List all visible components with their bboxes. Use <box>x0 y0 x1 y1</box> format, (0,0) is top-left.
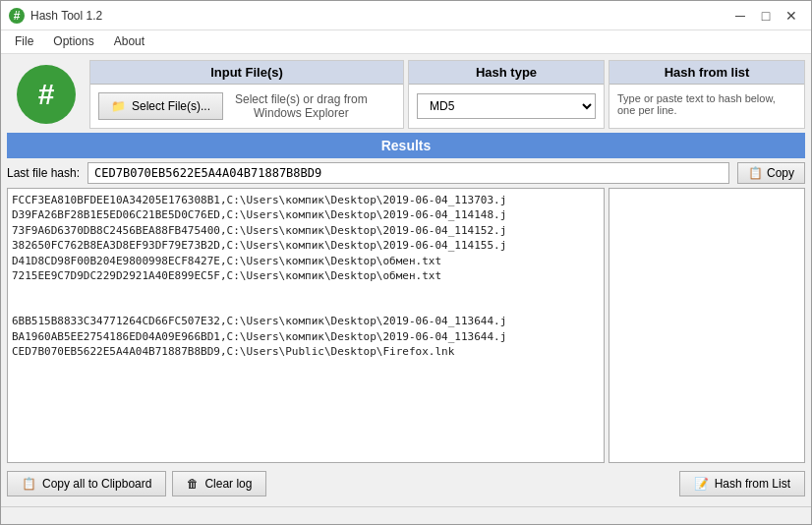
results-header: Results <box>7 133 805 158</box>
logo-symbol: # <box>38 78 55 111</box>
svg-text:#: # <box>14 9 21 23</box>
hash-type-header: Hash type <box>409 61 604 85</box>
title-bar-left: # Hash Tool 1.2 <box>9 8 102 24</box>
menu-file[interactable]: File <box>5 32 43 51</box>
menu-about[interactable]: About <box>104 32 154 51</box>
app-title: Hash Tool 1.2 <box>30 9 102 23</box>
clear-log-label: Clear log <box>204 477 252 491</box>
trash-icon: 🗑 <box>187 477 199 491</box>
copy-icon: 📋 <box>748 166 763 180</box>
log-content: FCCF3EA810BFDEE10A34205E176308B1,C:\User… <box>12 193 600 359</box>
hash-from-list-section: Hash from list Type or paste text to has… <box>609 60 805 129</box>
logo-area: # <box>7 60 86 129</box>
main-area: # Input File(s) 📁 Select File(s)... Sele… <box>1 54 811 506</box>
hash-from-list-label: Hash from List <box>715 477 790 491</box>
clipboard-icon: 📋 <box>22 477 36 491</box>
folder-icon: 📁 <box>111 99 126 113</box>
hash-list-icon: 📝 <box>694 477 709 491</box>
clear-log-button[interactable]: 🗑 Clear log <box>172 471 266 496</box>
menu-options[interactable]: Options <box>43 32 103 51</box>
hash-type-content: MD5 SHA1 SHA256 SHA512 CRC32 <box>409 85 604 128</box>
top-section: # Input File(s) 📁 Select File(s)... Sele… <box>7 60 805 129</box>
log-area[interactable]: FCCF3EA810BFDEE10A34205E176308B1,C:\User… <box>7 188 605 463</box>
copy-all-label: Copy all to Clipboard <box>42 477 151 491</box>
minimize-button[interactable]: ─ <box>728 6 752 26</box>
bottom-right-buttons: 📝 Hash from List <box>679 471 805 496</box>
hash-type-section: Hash type MD5 SHA1 SHA256 SHA512 CRC32 <box>408 60 605 129</box>
content-area: FCCF3EA810BFDEE10A34205E176308B1,C:\User… <box>7 188 805 463</box>
maximize-button[interactable]: □ <box>754 6 778 26</box>
last-hash-input[interactable] <box>87 162 729 184</box>
copy-all-button[interactable]: 📋 Copy all to Clipboard <box>7 471 166 496</box>
hash-type-select[interactable]: MD5 SHA1 SHA256 SHA512 CRC32 <box>417 93 596 119</box>
hash-list-hint: Type or paste text to hash below, one pe… <box>609 85 804 128</box>
select-files-label: Select File(s)... <box>132 99 210 113</box>
hash-list-header: Hash from list <box>609 61 804 85</box>
input-files-section: Input File(s) 📁 Select File(s)... Select… <box>89 60 404 129</box>
last-hash-label: Last file hash: <box>7 166 80 180</box>
menu-bar: File Options About <box>1 30 811 54</box>
status-bar <box>1 506 811 524</box>
copy-button[interactable]: 📋 Copy <box>737 162 805 184</box>
close-button[interactable]: ✕ <box>780 6 803 26</box>
select-files-button[interactable]: 📁 Select File(s)... <box>98 92 223 120</box>
input-files-content: 📁 Select File(s)... Select file(s) or dr… <box>90 85 403 128</box>
drag-hint: Select file(s) or drag fromWindows Explo… <box>235 92 368 120</box>
app-logo: # <box>17 65 76 124</box>
title-bar: # Hash Tool 1.2 ─ □ ✕ <box>1 1 811 30</box>
hash-list-textarea[interactable] <box>609 188 805 463</box>
results-section: Results Last file hash: 📋 Copy FCCF3EA81… <box>7 133 805 500</box>
last-hash-row: Last file hash: 📋 Copy <box>7 162 805 184</box>
title-bar-controls: ─ □ ✕ <box>728 6 803 26</box>
app-icon: # <box>9 8 25 24</box>
bottom-left-buttons: 📋 Copy all to Clipboard 🗑 Clear log <box>7 471 266 496</box>
bottom-bar: 📋 Copy all to Clipboard 🗑 Clear log 📝 Ha… <box>7 467 805 500</box>
hash-from-list-button[interactable]: 📝 Hash from List <box>679 471 805 496</box>
copy-label: Copy <box>767 166 794 180</box>
input-files-header: Input File(s) <box>90 61 403 85</box>
